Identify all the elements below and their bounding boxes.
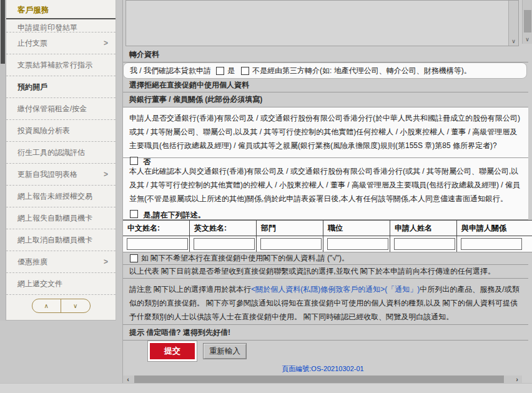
table-input[interactable] — [260, 238, 322, 250]
chevron-right-icon: > — [104, 170, 108, 179]
table-input[interactable] — [461, 238, 522, 250]
scroll-left-button[interactable]: ‹ — [123, 376, 133, 383]
sidebar-item-label: 更新自我證明表格 — [17, 169, 104, 180]
sidebar-item[interactable]: 繳付保管箱租金/按金 — [6, 98, 116, 120]
optout-note1: 以上代表 閣下目前就是否希望收到直接促銷聯繫或資訊的選擇,並取代 閣下於本申請前… — [123, 265, 528, 279]
optout-checkbox[interactable] — [130, 254, 138, 262]
relationship-confirm-block: 本人在此確認本人與交通銀行(香港)有限公司及 / 或交通銀行股份有限公司香港分行… — [123, 158, 528, 220]
sidebar-item-label: 申請提前印發結單 — [17, 22, 108, 32]
main-form-panel: ∨ 轉介資料 我 / 我們確認本貸款申請 是 不是經由第三方轉介(如: 地產代理… — [122, 0, 532, 383]
horizontal-scrollbar[interactable]: ‹ › — [123, 376, 522, 383]
table-column: 與申請人關係 — [457, 221, 532, 252]
relationship-question-text: 申請人是否交通銀行(香港)有限公司及 / 或交通銀行股份有限公司香港分行(於中華… — [129, 114, 520, 150]
sidebar-item-label: 支票結算補款常行指示 — [17, 60, 108, 71]
referral-yes-label: 是 — [227, 66, 235, 76]
optout-checkbox-row: 如 閣下不希望本行在直接促銷中使用閣下的個人資料,請 ("√")。 — [123, 252, 528, 265]
sidebar-item[interactable]: 止付支票> — [6, 32, 116, 54]
sidebar-item-label: 預約開戶 — [17, 82, 108, 92]
bank-relationship-header: 與銀行董事 / 僱員關係 (此部份必須填寫) — [123, 92, 528, 107]
sidebar-item-label: 網上報失自動櫃員機卡 — [17, 213, 108, 224]
scroll-down-button[interactable]: ∨ — [509, 36, 518, 46]
sidebar-item-label: 衍生工具的認識評估 — [17, 147, 108, 158]
relationship-yes-checkbox[interactable] — [130, 210, 138, 218]
table-column-header: 與申請人關係 — [457, 221, 532, 236]
chevron-right-icon: > — [104, 257, 108, 266]
relationship-detail-table: 中文姓名:英文姓名:部門職位申請人姓名與申請人關係 — [123, 220, 532, 252]
sidebar-scroll-buttons: ∧ ∨ — [32, 299, 91, 313]
submit-button[interactable]: 提交 — [148, 341, 197, 361]
relationship-question-block: 申請人是否交通銀行(香港)有限公司及 / 或交通銀行股份有限公司香港分行(於中華… — [123, 107, 528, 158]
privacy-notice-link[interactable]: <關於個人資料(私隱)條例致客戶的通知> — [251, 285, 385, 294]
terms-textarea[interactable]: ∨ — [126, 0, 519, 46]
privacy-notice-short-label: (「通知」) — [385, 285, 420, 294]
outer-vertical-scrollbar[interactable]: ∨ — [522, 0, 532, 44]
reset-button[interactable]: 重新輸入 — [203, 343, 247, 359]
sidebar-item-label: 繳付保管箱租金/按金 — [17, 104, 108, 114]
table-cell — [323, 236, 390, 252]
table-cell — [123, 236, 189, 252]
page-bottom-strip — [0, 383, 532, 393]
terms-textarea-scrollbar[interactable]: ∨ — [508, 1, 518, 46]
table-column-header: 英文姓名: — [190, 221, 256, 236]
outer-scrollbar-thumb[interactable] — [524, 10, 531, 32]
table-cell — [190, 236, 256, 252]
optout-note2: 請注意 閣下以上的選擇適用於就本行<關於個人資料(私隱)條例致客戶的通知>(「通… — [123, 279, 528, 325]
sidebar-item-label: 止付支票 — [17, 38, 104, 49]
sidebar-item[interactable]: 支票結算補款常行指示 — [6, 54, 116, 76]
sidebar-item[interactable]: 衍生工具的認識評估 — [6, 142, 116, 164]
chevron-right-icon: › — [516, 376, 518, 383]
sidebar-item-label: 網上遞交文件 — [17, 279, 108, 289]
sidebar-items: 申請提前印發結單止付支票>支票結算補款常行指示預約開戶繳付保管箱租金/按金投資風… — [6, 19, 116, 295]
sidebar-item-label: 網上報告未經授權交易 — [17, 191, 108, 202]
chevron-right-icon: > — [104, 39, 108, 47]
horizontal-scrollbar-track[interactable] — [133, 376, 512, 383]
sidebar-scroll-down-button[interactable]: ∨ — [61, 299, 90, 312]
sidebar-item[interactable]: 網上報告未經授權交易 — [6, 186, 116, 207]
table-input[interactable] — [394, 238, 455, 250]
referral-no-checkbox[interactable] — [241, 67, 249, 75]
referral-yes-checkbox[interactable] — [216, 67, 224, 75]
note2-pre: 請注意 閣下以上的選擇適用於就本行 — [129, 285, 251, 294]
table-input[interactable] — [194, 238, 255, 250]
sidebar-item[interactable]: 更新自我證明表格> — [6, 164, 116, 186]
sidebar-item-label: 投資風險分析表 — [17, 126, 108, 136]
table-column-header: 申請人姓名 — [390, 221, 456, 236]
sidebar-item[interactable]: 投資風險分析表 — [6, 120, 116, 142]
table-column: 部門 — [257, 221, 323, 252]
sidebar-item[interactable]: 優惠推廣> — [6, 251, 116, 273]
table-column: 英文姓名: — [190, 221, 257, 252]
table-column-header: 職位 — [323, 221, 390, 236]
page-number: 頁面編號:OS-20210302-01 — [282, 364, 363, 375]
referral-section-header: 轉介資料 — [123, 47, 528, 62]
table-column-header: 中文姓名: — [123, 221, 189, 236]
table-cell — [390, 236, 456, 252]
sidebar-item-label: 網上取消自動櫃員機卡 — [17, 235, 108, 246]
sidebar-item[interactable]: 預約開戶 — [6, 76, 116, 98]
table-cell — [257, 236, 323, 252]
table-cell — [457, 236, 532, 252]
table-column: 職位 — [323, 221, 390, 252]
chevron-down-icon: ∨ — [511, 38, 516, 44]
chevron-down-icon: ∨ — [73, 302, 77, 309]
terms-textarea-row: ∨ — [123, 0, 532, 47]
referral-no-label: 不是經由第三方轉介(如: 地產代理公司、轉介公司、財務機構等)。 — [252, 66, 471, 76]
scroll-right-button[interactable]: › — [512, 376, 522, 383]
buttons-row: 提交 重新輸入 — [123, 341, 532, 362]
sidebar: 客戶服務 申請提前印發結單止付支票>支票結算補款常行指示預約開戶繳付保管箱租金/… — [6, 0, 116, 321]
sidebar-scrollbar-thumb[interactable] — [1, 0, 5, 64]
sidebar-item[interactable]: 申請提前印發結單 — [6, 19, 116, 32]
chevron-left-icon: ‹ — [127, 376, 129, 383]
outer-scroll-down-button[interactable]: ∨ — [523, 35, 532, 44]
sidebar-scrollbar[interactable] — [0, 0, 6, 321]
sidebar-scroll-up-button[interactable]: ∧ — [32, 299, 62, 312]
sidebar-title: 客戶服務 — [6, 0, 116, 19]
horizontal-scrollbar-thumb[interactable] — [134, 376, 504, 383]
relationship-confirm-text: 本人在此確認本人與交通銀行(香港)有限公司及 / 或交通銀行股份有限公司香港分行… — [129, 167, 520, 203]
sidebar-item[interactable]: 網上遞交文件 — [6, 273, 116, 295]
sidebar-item[interactable]: 網上取消自動櫃員機卡 — [6, 229, 116, 251]
sidebar-item-label: 優惠推廣 — [17, 257, 104, 267]
sidebar-item[interactable]: 網上報失自動櫃員機卡 — [6, 207, 116, 229]
table-column: 申請人姓名 — [390, 221, 457, 252]
table-input[interactable] — [327, 238, 388, 250]
table-input[interactable] — [127, 238, 188, 250]
